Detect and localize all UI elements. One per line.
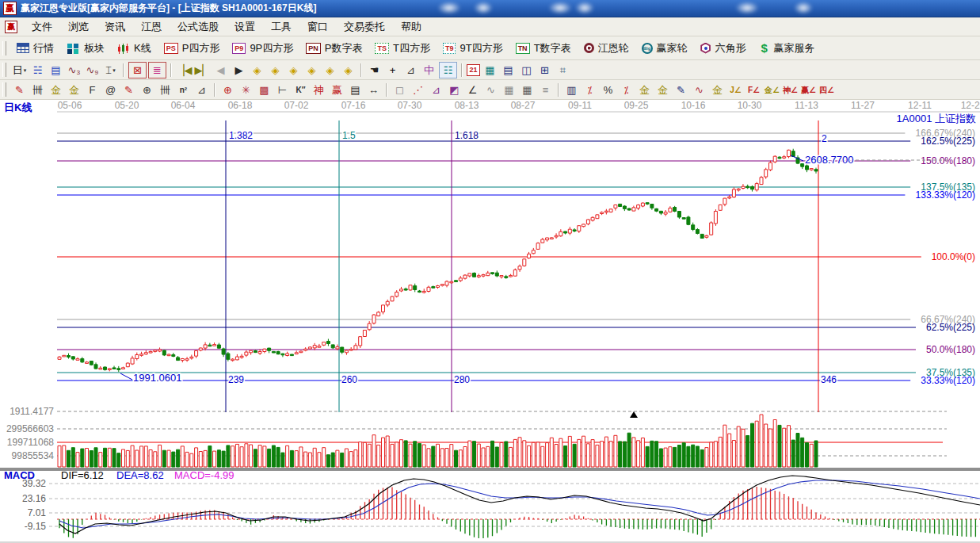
toolbar-item-hexagon[interactable]: 六角形 [700,41,746,55]
gold-angle-icon[interactable]: 金∠ [764,82,780,98]
brush-icon[interactable]: ✎ [11,82,28,98]
memo-icon[interactable]: ▤ [500,63,517,78]
angle-fan-icon[interactable]: ∠ [464,82,481,98]
fan-box2-icon[interactable]: ◩ [446,82,463,98]
menu-formula-stock-pick[interactable]: 公式选股 [170,18,227,36]
gold-circle-icon[interactable]: 金 [636,82,653,98]
si-angle-icon[interactable]: 四∠ [818,82,835,98]
menu-file[interactable]: 文件 [24,18,60,36]
gold-line2-icon[interactable]: 金 [709,82,726,98]
menu-trade-order[interactable]: 交易委托 [336,18,393,36]
chart-area[interactable]: 日K线05-0605-2006-0406-1807-0207-1607-3008… [0,100,980,543]
gold-ruler2-icon[interactable]: 金 [66,82,82,98]
web-square-icon[interactable]: ▩ [256,82,273,98]
toolbar-item-quotes[interactable]: 行情 [17,41,54,55]
save-icon[interactable]: ◫ [518,63,535,78]
pen-ruler-icon[interactable]: ✎ [120,82,137,98]
kline-chart[interactable]: 日K线05-0605-2006-0406-1807-0207-1607-3008… [0,100,980,543]
gann-tools-icon[interactable]: 中 [421,63,437,78]
shen-tool-icon[interactable]: 神 [311,82,327,98]
trend-curve-icon[interactable]: ☵ [29,63,46,78]
toolbar-item-p-number-table[interactable]: PNP数字表 [306,41,362,55]
shen-angle-icon[interactable]: 神∠ [782,82,799,98]
grid-tool2-icon[interactable]: ▦ [519,82,536,98]
ruler123-icon[interactable]: ▤ [347,82,364,98]
percent-slash-icon[interactable]: ⁒ [582,82,598,98]
diamond-left-icon[interactable]: ◈ [249,63,265,78]
toolbar-item-kline[interactable]: K线 [117,41,151,55]
colored-report-icon[interactable]: ≣ [148,62,166,78]
circle-ruler-icon[interactable]: ⊕ [139,82,155,98]
wave9-icon[interactable]: ∿₉ [84,63,101,78]
toolbar-item-gann-wheel[interactable]: 江恩轮 [584,41,629,55]
fan-box-icon[interactable]: ⊿ [428,82,444,98]
percent-hist-icon[interactable]: ▥ [563,82,580,98]
grid-tool-icon[interactable]: ▦ [501,82,517,98]
toolbar-item-sectors[interactable]: 板块 [67,41,105,55]
toolbar-item-9p-square[interactable]: P99P四方形 [232,41,293,55]
plain-ruler-icon[interactable]: 卌 [157,82,174,98]
angle-ruler-icon[interactable]: ⊿ [193,82,210,98]
toolbar-item-9t-square[interactable]: T99T四方形 [443,41,503,55]
ying-angle-icon[interactable]: 赢∠ [800,82,817,98]
ying-tool-icon[interactable]: 赢 [329,82,345,98]
toolbar-item-p-square[interactable]: PSP四方形 [164,41,220,55]
date-tick-label: 07-02 [284,100,309,111]
title-bar[interactable]: 赢 赢家江恩专业版[赢家内部服务平台] - [上证指数 SH1A0001-167… [0,0,980,17]
period-selector[interactable]: 日 [11,63,28,78]
menu-tools[interactable]: 工具 [263,18,299,36]
k-measure-icon[interactable]: K″ [292,82,309,98]
hand-icon[interactable]: ☚ [366,63,383,78]
fan-red-icon[interactable]: ⋰ [410,82,426,98]
diamond-right-icon[interactable]: ◈ [267,63,284,78]
gann-shape-icon[interactable]: ⊠ [128,62,147,78]
percent-icon[interactable]: % [600,82,616,98]
width-measure-icon[interactable]: ↔ [365,82,382,98]
last-page-icon[interactable]: ▶▏ [194,63,211,78]
gold-line-icon[interactable]: 金 [654,82,671,98]
spiral-icon[interactable]: @ [102,82,119,98]
crosshair-icon[interactable]: + [384,63,401,78]
target-icon[interactable]: ⊕ [219,82,236,98]
menu-news[interactable]: 资讯 [97,18,133,36]
menu-help[interactable]: 帮助 [393,18,429,36]
menu-gann[interactable]: 江恩 [133,18,170,36]
toolbar-item-winner-wheel[interactable]: Big赢家轮 [642,41,688,55]
f-ruler-icon[interactable]: F [84,82,101,98]
network-icon[interactable]: ⊞ [536,63,553,78]
ink-ruler-icon[interactable]: ✎ [673,82,689,98]
candle-style-icon[interactable]: ⌶ [102,63,119,78]
wave-box-icon[interactable]: ∿ [691,82,707,98]
diamond-all-icon[interactable]: ◈ [340,63,357,78]
gold-ruler-icon[interactable]: 金 [48,82,64,98]
info-notes-icon[interactable]: ▤ [48,63,64,78]
n2-ruler-icon[interactable]: n² [175,82,192,98]
next-page-icon[interactable]: ▶ [231,63,247,78]
box-tool-icon[interactable]: ◻ [391,82,408,98]
prev-page-icon[interactable]: ◀ [212,63,229,78]
toolbar-item-t-square[interactable]: TST四方形 [375,41,429,55]
angle-measure-icon[interactable]: ⊿ [402,63,419,78]
calculator-icon[interactable]: ▦ [482,63,498,78]
region-stats-icon[interactable]: ☷ [439,62,457,78]
menu-browse[interactable]: 浏览 [60,18,97,36]
f-angle-icon[interactable]: F∠ [745,82,762,98]
wave3-icon[interactable]: ∿₃ [66,63,82,78]
diamond-up-icon[interactable]: ◈ [285,63,302,78]
first-page-icon[interactable]: ▕◀ [176,63,193,78]
span-measure-icon[interactable]: ⊢ [274,82,291,98]
ruler-icon[interactable]: 卌 [29,82,46,98]
slant-lines-icon[interactable]: ≡ [537,82,554,98]
toolbar-item-winner-service[interactable]: $赢家服务 [759,41,815,55]
diamond-x-icon[interactable]: ◈ [303,63,320,78]
menu-settings[interactable]: 设置 [227,18,263,36]
zigzag-icon[interactable]: ∿ [482,82,499,98]
calendar-icon[interactable]: 21 [467,64,480,76]
menu-window[interactable]: 窗口 [299,18,336,36]
percent-line-icon[interactable]: ⁒ [618,82,635,98]
printer-icon[interactable]: ⌗ [555,63,571,78]
toolbar-item-t-number-table[interactable]: TNT数字表 [516,41,571,55]
j-angle-icon[interactable]: J∠ [727,82,744,98]
diamond-plus-icon[interactable]: ◈ [322,63,338,78]
web-red-icon[interactable]: ✳ [238,82,254,98]
